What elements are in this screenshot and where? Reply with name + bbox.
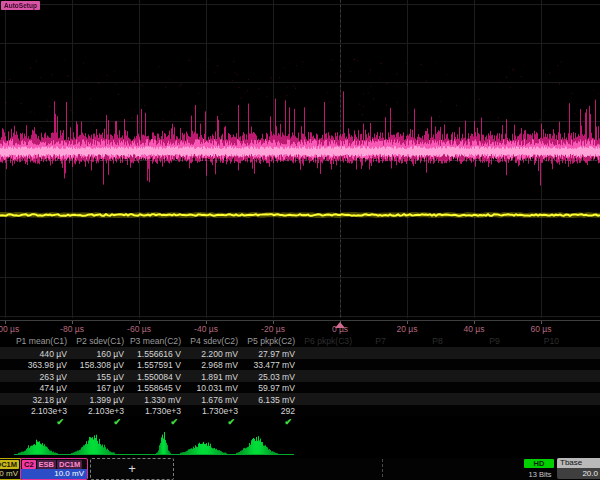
- time-label: -40 µs: [194, 324, 218, 334]
- status-check-icon: ✔: [284, 417, 292, 427]
- measure-value: 2.968 mV: [201, 360, 238, 370]
- measure-value: 1.550084 V: [137, 372, 181, 382]
- timebase-title: Tbase: [557, 458, 600, 468]
- measure-value: 6.135 mV: [258, 395, 295, 405]
- time-label: -100 µs: [0, 324, 19, 334]
- time-label: 60 µs: [531, 324, 552, 334]
- oscilloscope-screen: AutoSetup -100 µs-80 µs-60 µs-40 µs-20 µ…: [0, 0, 600, 480]
- param-header[interactable]: P8: [409, 336, 466, 346]
- table-row-stripe: [0, 347, 600, 359]
- measure-value: 158.308 µV: [80, 360, 124, 370]
- param-header[interactable]: P1 mean(C1): [16, 336, 67, 346]
- measure-value: 33.477 mV: [253, 360, 295, 370]
- autosetup-undo-badge[interactable]: AutoSetup: [1, 1, 40, 10]
- measure-value: 59.97 mV: [258, 383, 295, 393]
- hd-bits-label: 13 Bits: [524, 470, 556, 479]
- measure-value: 160 µV: [97, 349, 124, 359]
- measure-value: 155 µV: [97, 372, 124, 382]
- timebase-descriptor[interactable]: Tbase 20.0: [557, 458, 600, 479]
- measure-value: 1.730e+3: [145, 406, 181, 416]
- measure-value: 25.03 mV: [258, 372, 295, 382]
- measure-value: 27.97 mV: [258, 349, 295, 359]
- time-label: -20 µs: [261, 324, 285, 334]
- measure-value: 2.103e+3: [88, 406, 124, 416]
- param-header[interactable]: P6 pkpk(C3): [304, 336, 352, 346]
- c2-coupling-badge: DC1M: [57, 460, 82, 469]
- measure-value: 1.556616 V: [137, 349, 181, 359]
- measure-value: 1.330 mV: [144, 395, 181, 405]
- status-check-icon: ✔: [170, 417, 178, 427]
- measure-value: 1.891 mV: [201, 372, 238, 382]
- c2-descriptor[interactable]: C2ESBDC1M 10.0 mV: [20, 458, 88, 480]
- table-row-stripe: [0, 370, 600, 382]
- histicon-strip: [0, 432, 600, 458]
- measure-value: 440 µV: [40, 349, 67, 359]
- measure-value: 1.558645 V: [137, 383, 181, 393]
- measure-value: 1.676 mV: [201, 395, 238, 405]
- measure-value: 1.399 µV: [89, 395, 124, 405]
- measure-value: 363.98 µV: [28, 360, 67, 370]
- param-header[interactable]: P11: [580, 336, 600, 346]
- time-axis: -100 µs-80 µs-60 µs-40 µs-20 µs0 µs20 µs…: [0, 320, 600, 335]
- trigger-time-marker-icon[interactable]: [335, 322, 345, 328]
- c2-vdiv-value: 10.0 mV: [21, 469, 87, 479]
- measure-value: 10.031 mV: [196, 383, 238, 393]
- measure-table[interactable]: P1 mean(C1)440 µV363.98 µV263 µV474 µV32…: [0, 334, 600, 432]
- measure-value: 1.557591 V: [137, 360, 181, 370]
- measure-value: 474 µV: [40, 383, 67, 393]
- param-header[interactable]: P9: [466, 336, 523, 346]
- measure-value: 167 µV: [97, 383, 124, 393]
- time-label: 20 µs: [397, 324, 418, 334]
- measure-value: 1.730e+3: [202, 406, 238, 416]
- measure-value: 32.18 µV: [32, 395, 67, 405]
- param-header[interactable]: P2 sdev(C1): [76, 336, 124, 346]
- measure-value: 263 µV: [40, 372, 67, 382]
- status-check-icon: ✔: [56, 417, 64, 427]
- c1-descriptor[interactable]: DC1M 10.0 mV: [0, 458, 22, 480]
- waveform-display[interactable]: AutoSetup: [0, 0, 600, 320]
- param-header[interactable]: P4 sdev(C2): [190, 336, 238, 346]
- timebase-value: 20.0: [557, 468, 598, 479]
- descriptor-separator: [382, 459, 383, 477]
- histicon-canvas: [0, 432, 600, 458]
- measure-value: 2.103e+3: [31, 406, 67, 416]
- c1-coupling-badge: DC1M: [0, 460, 19, 469]
- param-header[interactable]: P3 mean(C2): [130, 336, 181, 346]
- status-check-icon: ✔: [113, 417, 121, 427]
- time-label: -60 µs: [127, 324, 151, 334]
- status-check-icon: ✔: [227, 417, 235, 427]
- time-label: 40 µs: [464, 324, 485, 334]
- c2-eres-badge: ESB: [37, 460, 56, 469]
- time-label: -80 µs: [60, 324, 84, 334]
- add-trace-button[interactable]: +: [90, 458, 174, 480]
- param-header[interactable]: P7: [352, 336, 409, 346]
- waveform-canvas: [0, 0, 600, 320]
- param-header[interactable]: P10: [523, 336, 580, 346]
- descriptor-bar: DC1M 10.0 mV C2ESBDC1M 10.0 mV + HD 13 B…: [0, 458, 600, 480]
- table-row-stripe: [0, 382, 600, 394]
- c2-channel-badge: C2: [22, 460, 36, 469]
- measure-value: 2.200 mV: [201, 349, 238, 359]
- hd-mode-badge[interactable]: HD: [524, 459, 554, 468]
- c1-vdiv-value: 10.0 mV: [0, 469, 21, 479]
- param-header[interactable]: P5 pkpk(C2): [247, 336, 295, 346]
- measure-value: 292: [281, 406, 295, 416]
